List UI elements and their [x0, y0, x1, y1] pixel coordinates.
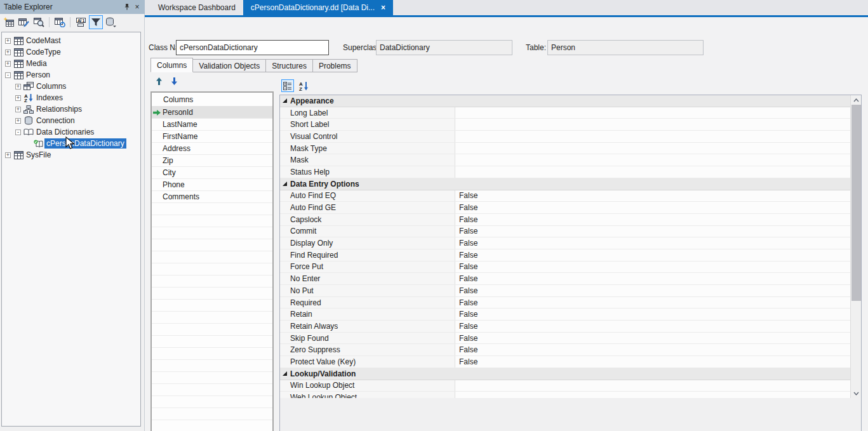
expand-icon[interactable]: + [5, 61, 11, 67]
superclass-input[interactable]: DataDictionary [376, 40, 512, 55]
tab-validation-objects[interactable]: Validation Objects [193, 59, 266, 72]
property-value[interactable] [455, 154, 850, 166]
expand-icon[interactable]: + [5, 38, 11, 44]
expand-icon[interactable]: + [5, 152, 11, 158]
edit-table-icon[interactable] [17, 15, 30, 29]
property-value[interactable]: False [455, 249, 850, 261]
tab-workspace-dashboard[interactable]: Workspace Dashboard [150, 0, 243, 15]
property-row[interactable]: No Put False [280, 285, 850, 297]
tree-item-person[interactable]: - Person [2, 69, 140, 81]
property-row[interactable]: Capslock False [280, 214, 850, 226]
scroll-up-icon[interactable] [851, 95, 862, 105]
move-down-arrow-icon[interactable] [168, 76, 180, 86]
property-value[interactable]: False [455, 308, 850, 320]
categorized-view-icon[interactable] [281, 79, 294, 92]
tree-item-label[interactable]: Columns [34, 81, 68, 91]
property-row[interactable]: Find Required False [280, 249, 850, 262]
tree-item-label[interactable]: Relationships [34, 104, 84, 114]
property-value[interactable]: False [455, 344, 850, 355]
class-name-input[interactable]: cPersonDataDictionary [176, 40, 329, 55]
preview-table-icon[interactable] [32, 15, 46, 29]
expand-icon[interactable]: + [15, 107, 21, 112]
property-row[interactable]: Visual Control [280, 131, 850, 143]
property-row[interactable]: Skip Found False [280, 333, 850, 345]
property-row[interactable]: Short Label [280, 119, 850, 131]
property-row[interactable]: Long Label [280, 107, 850, 119]
collapse-icon[interactable]: - [15, 129, 21, 135]
property-row[interactable]: Win Lookup Object [280, 380, 850, 392]
property-row[interactable]: Protect Value (Key) False [280, 356, 850, 368]
property-row[interactable]: Mask [280, 154, 850, 166]
tree-item-columns[interactable]: + Columns [2, 81, 140, 92]
tree-item-label[interactable]: Media [24, 58, 49, 69]
property-value[interactable]: False [455, 237, 850, 249]
scrollbar-thumb[interactable] [851, 105, 861, 301]
rename-icon[interactable]: A1 [74, 15, 88, 29]
tree-item-codetype[interactable]: + CodeType [2, 46, 140, 58]
property-value[interactable]: False [455, 226, 850, 237]
property-row[interactable]: Required False [280, 297, 850, 309]
property-row[interactable]: Data Entry Options [280, 178, 850, 190]
alphabetical-sort-icon[interactable]: AZ [297, 79, 310, 92]
column-list-item[interactable]: PersonId [152, 107, 272, 119]
tree-item-label[interactable]: Person [24, 70, 52, 80]
collapse-icon[interactable]: - [5, 72, 11, 78]
property-value[interactable]: False [455, 285, 850, 296]
tree-item-media[interactable]: + Media [2, 58, 140, 69]
tree-item-connection[interactable]: + Connection [2, 115, 140, 126]
move-up-arrow-icon[interactable] [153, 76, 164, 86]
property-value[interactable]: False [455, 356, 850, 368]
property-value[interactable] [455, 131, 850, 142]
tree-item-label[interactable]: cPersonDataDictionary [44, 138, 126, 149]
property-row[interactable]: Commit False [280, 226, 850, 238]
property-value[interactable] [455, 143, 850, 154]
property-row[interactable]: Lookup/Validation [280, 368, 850, 380]
column-list-item[interactable]: City [152, 167, 272, 179]
property-value[interactable] [455, 166, 850, 178]
property-value[interactable]: False [455, 190, 850, 202]
property-value[interactable]: False [455, 273, 850, 284]
expand-icon[interactable]: + [15, 118, 21, 124]
tree-item-label[interactable]: Connection [34, 116, 77, 126]
property-row[interactable]: Retain Always False [280, 321, 850, 333]
property-value[interactable] [455, 380, 850, 392]
tab-structures[interactable]: Structures [266, 59, 313, 72]
tree-item-label[interactable]: CodeType [24, 47, 63, 57]
property-row[interactable]: Auto Find GE False [280, 202, 850, 214]
property-value[interactable]: False [455, 297, 850, 308]
property-row[interactable]: Force Put False [280, 262, 850, 274]
expand-icon[interactable]: + [15, 95, 21, 101]
tree-item-indexes[interactable]: + AZ Indexes [2, 92, 140, 103]
property-row[interactable]: Appearance [280, 95, 850, 107]
tree-item-label[interactable]: Indexes [34, 93, 65, 103]
tree-item-sysfile[interactable]: + SysFile [2, 149, 140, 161]
property-value[interactable] [455, 368, 850, 380]
property-value[interactable]: False [455, 214, 850, 225]
refresh-table-icon[interactable] [53, 15, 67, 29]
property-value[interactable]: False [455, 321, 850, 332]
vertical-scrollbar[interactable] [850, 95, 861, 398]
column-list-item[interactable]: Phone [152, 179, 272, 191]
property-value[interactable]: False [455, 333, 850, 344]
property-value[interactable] [455, 178, 850, 190]
tab-cpersondatadictionary[interactable]: cPersonDataDictionary.dd [Data Di... × [243, 0, 393, 15]
property-value[interactable] [455, 107, 850, 119]
tree-item-label[interactable]: CodeMast [24, 36, 63, 46]
column-list-item[interactable]: FirstName [152, 131, 272, 143]
property-value[interactable] [455, 392, 850, 398]
property-value[interactable]: False [455, 202, 850, 213]
property-value[interactable] [455, 119, 850, 130]
property-value[interactable] [455, 95, 850, 107]
property-row[interactable]: Zero Suppress False [280, 344, 850, 356]
tab-problems[interactable]: Problems [313, 59, 357, 72]
close-icon[interactable]: × [132, 2, 142, 12]
property-row[interactable]: Auto Find EQ False [280, 190, 850, 202]
scroll-down-icon[interactable] [851, 388, 862, 398]
property-row[interactable]: Web Lookup Object [280, 392, 850, 398]
expand-icon[interactable]: + [5, 50, 11, 55]
property-row[interactable]: Mask Type [280, 143, 850, 155]
filter-icon[interactable] [89, 15, 103, 29]
property-row[interactable]: No Enter False [280, 273, 850, 285]
property-value[interactable]: False [455, 262, 850, 273]
column-list-item[interactable]: Address [152, 143, 272, 155]
